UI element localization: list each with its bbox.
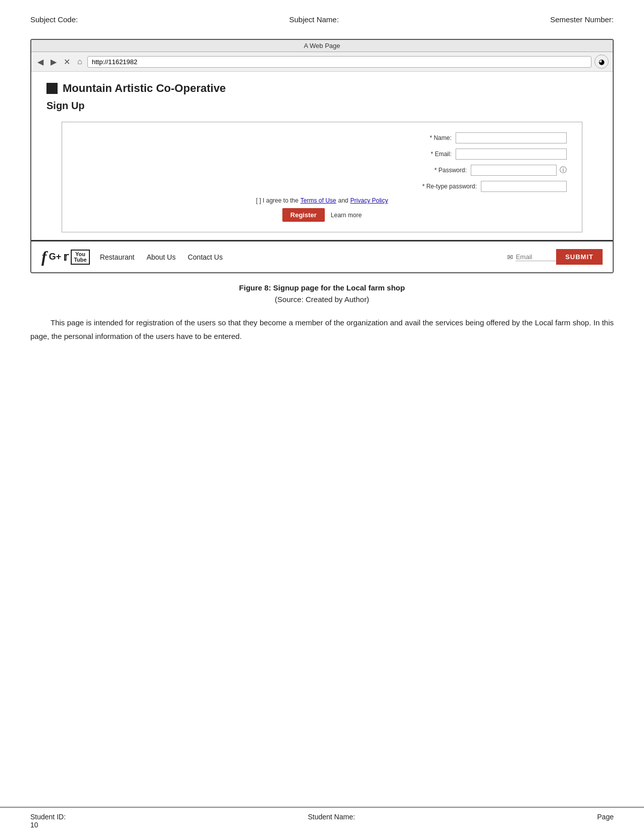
search-button[interactable]: ◕ [595,55,609,69]
figure-caption: Figure 8: Signup page for the Local farm… [30,283,614,292]
submit-button[interactable]: SUBMIT [556,249,603,265]
nav-restaurant[interactable]: Restaurant [100,253,134,261]
nav-about-us[interactable]: About Us [146,253,176,261]
doc-header: Subject Code: Subject Name: Semester Num… [0,0,644,29]
password-label: * Password: [411,167,467,174]
site-header: Mountain Artistic Co-Operative [31,72,613,100]
back-button[interactable]: ◀ [35,56,45,68]
retype-label: * Re-type password: [421,183,477,190]
email-row: * Email: [77,149,567,160]
browser-toolbar: ◀ ▶ ✕ ⌂ ◕ [31,52,613,72]
password-input[interactable] [471,165,557,176]
facebook-icon[interactable]: f [41,248,47,266]
forward-button[interactable]: ▶ [48,56,59,68]
browser-mockup: A Web Page ◀ ▶ ✕ ⌂ ◕ Mountain Artistic C… [30,39,614,273]
search-icon: ◕ [599,58,605,66]
home-button[interactable]: ⌂ [75,56,84,67]
body-paragraph-1: This page is intended for registration o… [30,316,614,343]
email-icon: ✉ [507,253,513,261]
email-label: * Email: [396,151,452,158]
footer-email-input[interactable] [516,253,556,261]
nav-links: Restaurant About Us Contact Us [100,253,508,261]
student-id-value: 10 [30,821,66,829]
semester-number-label: Semester Number: [550,15,614,24]
page-label: Page [597,813,614,829]
help-icon: ⓘ [560,166,567,175]
browser-content: Mountain Artistic Co-Operative Sign Up *… [31,72,613,272]
nav-contact-us[interactable]: Contact Us [188,253,223,261]
form-buttons: Register Learn more [77,208,567,222]
name-input[interactable] [456,132,567,143]
figure-source: (Source: Created by Author) [30,295,614,304]
register-button[interactable]: Register [282,208,325,222]
signup-form: * Name: * Email: * Password: ⓘ * Re-type… [62,122,582,232]
google-plus-icon[interactable]: G+ [49,252,62,262]
close-button[interactable]: ✕ [62,56,72,68]
site-logo [46,83,58,94]
password-field-group: ⓘ [471,165,567,176]
retype-row: * Re-type password: [77,181,567,192]
privacy-link[interactable]: Privacy Policy [351,197,388,204]
social-icons: f G+ 𝕣 You Tube [41,248,90,266]
terms-text: [ ] I agree to the [256,197,299,204]
name-label: * Name: [396,134,452,141]
student-id-label: Student ID: [30,813,66,821]
subject-code-label: Subject Code: [30,15,78,24]
address-bar[interactable] [87,56,591,68]
browser-title: A Web Page [304,42,340,50]
password-row: * Password: ⓘ [77,165,567,176]
youtube-icon[interactable]: You Tube [71,250,89,265]
learn-more-link[interactable]: Learn more [331,212,362,219]
terms-link[interactable]: Terms of Use [301,197,336,204]
site-footer-nav: f G+ 𝕣 You Tube Restaurant About Us Cont… [31,240,613,272]
email-field-container: ✉ [507,253,556,261]
site-title: Mountain Artistic Co-Operative [63,82,226,95]
retype-input[interactable] [481,181,567,192]
doc-footer: Student ID: 10 Student Name: Page [0,807,644,834]
footer-student-id: Student ID: 10 [30,813,66,829]
name-row: * Name: [77,132,567,143]
and-text: and [338,197,349,204]
browser-titlebar: A Web Page [31,40,613,52]
email-input[interactable] [456,149,567,160]
signup-title: Sign Up [31,100,613,117]
subject-name-label: Subject Name: [289,15,338,24]
student-name-label: Student Name: [308,813,355,829]
twitter-icon[interactable]: 𝕣 [63,251,69,264]
terms-row: [ ] I agree to the Terms of Use and Priv… [77,197,567,204]
